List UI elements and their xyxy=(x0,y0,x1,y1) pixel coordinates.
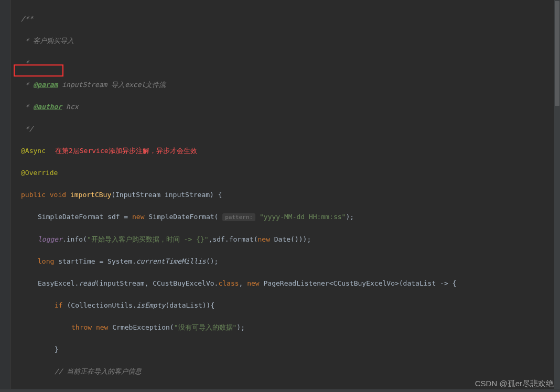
code-text: startTime = System. xyxy=(54,257,136,265)
code-text: (); xyxy=(206,257,218,265)
brace-close: } xyxy=(55,345,59,353)
doc-comment-line: * @author hcx xyxy=(21,103,79,111)
line-comment: // 当前正在导入的客户信息 xyxy=(55,367,142,375)
code-text: EasyExcel. xyxy=(38,279,79,287)
keyword-throw: throw xyxy=(71,323,92,331)
doc-comment-close: */ xyxy=(21,125,33,133)
method-name: importCBuy xyxy=(70,191,111,199)
doc-tag-author: @author xyxy=(33,103,62,111)
doc-comment-line: * 客户购买导入 xyxy=(21,37,74,45)
red-note: 在第2层Service添加异步注解，异步才会生效 xyxy=(55,147,197,155)
string-literal: "yyyy-MM-dd HH:mm:ss" xyxy=(260,213,346,221)
code-text: Date())); xyxy=(270,235,311,243)
static-method: isEmpty xyxy=(137,301,166,309)
keyword-new: new xyxy=(247,279,259,287)
watermark: CSDN @孤er尽悲欢绝 xyxy=(475,378,554,389)
keyword-void: void xyxy=(50,191,66,199)
keyword-long: long xyxy=(38,257,54,265)
code-text: PageReadListener<CCustBuyExcelVo>(dataLi… xyxy=(260,279,457,287)
code-text: (dataList)){ xyxy=(165,301,214,309)
code-text: ); xyxy=(236,323,245,331)
static-method: currentTimeMillis xyxy=(136,257,206,265)
code-text: SimpleDateFormat( xyxy=(145,213,219,221)
code-text: (CollectionUtils. xyxy=(63,301,137,309)
code-text: CrmebException( xyxy=(108,323,174,331)
keyword-class: class xyxy=(218,279,239,287)
doc-comment-line: * xyxy=(21,59,29,67)
code-area[interactable]: /** * 客户购买导入 * * @param inputStream 导入ex… xyxy=(10,2,560,392)
keyword-new: new xyxy=(257,235,270,243)
doc-comment-line: * @param inputStream 导入excel文件流 xyxy=(21,81,166,89)
code-editor[interactable]: /** * 客户购买导入 * * @param inputStream 导入ex… xyxy=(0,0,560,392)
param-hint: pattern: xyxy=(222,213,255,221)
async-annotation: @Async xyxy=(21,147,46,155)
keyword-if: if xyxy=(55,301,63,309)
code-text: ,sdf.format( xyxy=(209,235,258,243)
string-literal: "没有可导入的数据" xyxy=(174,323,237,331)
override-annotation: @Override xyxy=(21,169,58,177)
logger-field: logger xyxy=(38,235,62,243)
keyword-new: new xyxy=(132,213,144,221)
keyword-new: new xyxy=(96,323,108,331)
code-text: SimpleDateFormat sdf = xyxy=(38,213,132,221)
keyword-public: public xyxy=(21,191,46,199)
status-bar xyxy=(0,389,560,392)
method-params: (InputStream inputStream) { xyxy=(111,191,222,199)
doc-tag-param: @param xyxy=(33,81,58,89)
gutter xyxy=(0,0,10,392)
doc-comment-open: /** xyxy=(21,15,33,23)
code-text: , xyxy=(239,279,247,287)
string-literal: "开始导入客户购买数据，时间 -> {}" xyxy=(87,235,209,243)
code-text: .info( xyxy=(62,235,87,243)
code-text: (inputStream, CCustBuyExcelVo. xyxy=(95,279,219,287)
static-method: read xyxy=(79,279,95,287)
code-text: ); xyxy=(346,213,354,221)
